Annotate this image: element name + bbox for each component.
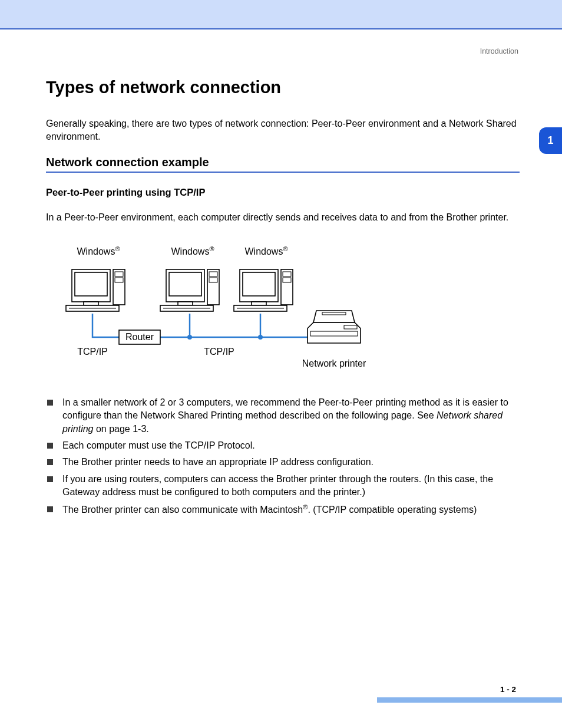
svg-rect-7 <box>75 272 107 296</box>
printer-label: Network printer <box>302 358 366 368</box>
pc2-label: Windows® <box>171 245 214 256</box>
subsection-heading: Peer-to-Peer printing using TCP/IP <box>46 187 520 198</box>
section-rule <box>46 172 520 173</box>
tcpip-label-2: TCP/IP <box>204 347 234 357</box>
intro-paragraph: Generally speaking, there are two types … <box>46 117 520 143</box>
list-item: The Brother printer can also communicate… <box>46 503 520 517</box>
pc-icon <box>234 269 293 311</box>
footer-accent-bar <box>377 697 562 703</box>
list-item: Each computer must use the TCP/IP Protoc… <box>46 439 520 452</box>
bullet-text: Each computer must use the TCP/IP Protoc… <box>62 440 255 450</box>
pc1-label: Windows® <box>77 245 120 256</box>
svg-rect-8 <box>84 302 98 305</box>
section-heading: Network connection example <box>46 156 520 169</box>
pc-icon <box>160 269 219 311</box>
bullet-list: In a smaller network of 2 or 3 computers… <box>46 396 520 516</box>
network-diagram: Router Windows® <box>60 237 520 375</box>
list-item: In a smaller network of 2 or 3 computers… <box>46 396 520 436</box>
svg-point-4 <box>258 335 263 340</box>
svg-rect-15 <box>169 272 201 296</box>
bullet-text: If you are using routers, computers can … <box>62 474 493 497</box>
page-number: 1 - 2 <box>0 685 562 694</box>
pc-icon <box>66 269 125 311</box>
list-item: The Brother printer needs to have an app… <box>46 456 520 469</box>
bullet-text: on page 1-3. <box>93 424 148 434</box>
page-footer: 1 - 2 <box>0 685 562 703</box>
printer-icon <box>308 311 361 343</box>
chapter-tab: 1 <box>539 127 562 154</box>
header-band <box>0 0 562 28</box>
bullet-text: . (TCP/IP compatible operating systems) <box>308 505 477 515</box>
tcpip-label-1: TCP/IP <box>77 347 108 357</box>
pc3-label: Windows® <box>244 245 287 256</box>
bullet-text: The Brother printer needs to have an app… <box>62 457 373 467</box>
page-body: 1 Introduction Types of network connecti… <box>0 29 562 725</box>
breadcrumb: Introduction <box>46 47 520 55</box>
list-item: If you are using routers, computers can … <box>46 473 520 499</box>
svg-rect-23 <box>243 272 275 296</box>
svg-rect-24 <box>252 302 266 305</box>
router-label: Router <box>125 332 154 342</box>
p2p-paragraph: In a Peer-to-Peer environment, each comp… <box>46 211 520 224</box>
page-title: Types of network connection <box>46 78 520 97</box>
bullet-text: The Brother printer can also communicate… <box>62 505 303 515</box>
svg-point-3 <box>187 335 192 340</box>
svg-rect-16 <box>178 302 193 305</box>
